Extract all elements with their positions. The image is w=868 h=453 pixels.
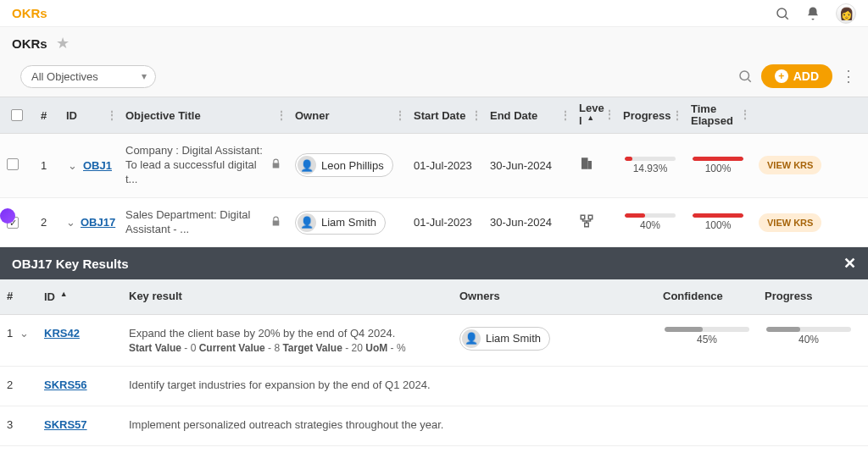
progress-value: 40% bbox=[640, 219, 660, 231]
owner-name: Leon Phillips bbox=[321, 159, 384, 172]
key-results-table-body: 1⌄KRS42Expand the client base by 20% by … bbox=[0, 315, 868, 453]
owner-avatar-icon: 👤 bbox=[298, 156, 316, 174]
kr-header-keyresult[interactable]: Key result bbox=[122, 285, 453, 308]
objectives-table-body: 1⌄OBJ1Company : Digital Assistant: To le… bbox=[0, 134, 868, 247]
key-results-table-header: # ID ▲ Key result Owners Confidence Prog… bbox=[0, 279, 868, 314]
header-owner[interactable]: Owner⋮ bbox=[288, 104, 407, 127]
list-item: 3SKRS57Implement personalized outreach s… bbox=[0, 406, 868, 446]
progress-value: 14.93% bbox=[633, 163, 668, 174]
keyresult-meta: Start Value - 0 Current Value - 8 Target… bbox=[129, 342, 446, 354]
svg-line-3 bbox=[748, 79, 750, 81]
keyresult-title: Identify target industries for expansion… bbox=[129, 378, 446, 391]
row-num: 2 bbox=[34, 213, 59, 232]
header-time-elapsed[interactable]: TimeElapsed⋮ bbox=[684, 98, 752, 133]
svg-rect-8 bbox=[585, 223, 589, 227]
kr-row-num: 2 bbox=[7, 378, 13, 391]
time-elapsed-value: 100% bbox=[705, 219, 732, 231]
more-menu-icon[interactable]: ⋮ bbox=[841, 67, 856, 86]
end-date: 30-Jun-2024 bbox=[483, 156, 572, 175]
header-checkbox-col[interactable] bbox=[0, 104, 34, 126]
table-search-icon[interactable] bbox=[737, 69, 753, 84]
svg-line-1 bbox=[785, 16, 787, 19]
kr-header-progress[interactable]: Progress bbox=[758, 285, 860, 308]
bell-icon[interactable] bbox=[805, 6, 821, 21]
progress-value: 40% bbox=[798, 334, 819, 345]
start-date: 01-Jul-2023 bbox=[407, 213, 483, 232]
list-item: 2SKRS56Identify target industries for ex… bbox=[0, 367, 868, 406]
kr-row-num: 1 bbox=[7, 327, 13, 340]
color-tag-dot bbox=[0, 208, 15, 224]
lock-icon bbox=[270, 216, 281, 229]
svg-point-0 bbox=[777, 8, 787, 18]
key-results-panel-header: OBJ17 Key Results ✕ bbox=[0, 247, 868, 279]
view-krs-button[interactable]: VIEW KRS bbox=[759, 213, 821, 232]
keyresult-link[interactable]: SKRS57 bbox=[44, 418, 87, 431]
chevron-down-icon[interactable]: ⌄ bbox=[66, 159, 78, 172]
objectives-table-header: # ID⋮ Objective Title⋮ Owner⋮ Start Date… bbox=[0, 97, 868, 134]
favorite-star-icon[interactable]: ★ bbox=[56, 34, 70, 52]
panel-title: OBJ17 Key Results bbox=[12, 257, 129, 271]
objective-filter-label: All Objectives bbox=[31, 70, 98, 83]
keyresult-link[interactable]: KRS42 bbox=[44, 327, 80, 340]
objective-link[interactable]: OBJ1 bbox=[83, 159, 112, 172]
header-num[interactable]: # bbox=[34, 104, 59, 127]
table-row: 2⌄OBJ17Sales Department: Digital Assista… bbox=[0, 198, 868, 248]
time-elapsed-value: 100% bbox=[705, 163, 732, 174]
svg-rect-5 bbox=[588, 161, 593, 169]
top-bar: OKRs 👩 bbox=[0, 0, 868, 27]
confidence-value: 45% bbox=[697, 334, 717, 345]
view-krs-button[interactable]: VIEW KRS bbox=[759, 156, 821, 174]
sub-header: OKRs ★ bbox=[0, 27, 868, 59]
header-progress[interactable]: Progress⋮ bbox=[616, 104, 684, 127]
objective-filter-dropdown[interactable]: All Objectives bbox=[20, 65, 156, 88]
chevron-down-icon[interactable]: ⌄ bbox=[18, 327, 30, 340]
objective-link[interactable]: OBJ17 bbox=[81, 216, 115, 229]
lock-icon bbox=[270, 158, 281, 172]
keyresult-title: Implement personalized outreach strategi… bbox=[129, 418, 446, 431]
add-button-label: ADD bbox=[793, 69, 819, 83]
header-title[interactable]: Objective Title⋮ bbox=[119, 104, 288, 127]
objective-title: Company : Digital Assistant: To lead a s… bbox=[125, 144, 265, 187]
kr-header-confidence[interactable]: Confidence bbox=[656, 285, 758, 308]
owner-pill[interactable]: 👤Liam Smith bbox=[295, 211, 386, 235]
svg-rect-6 bbox=[581, 215, 585, 219]
add-button[interactable]: + ADD bbox=[761, 64, 832, 88]
action-bar: All Objectives + ADD ⋮ bbox=[0, 59, 868, 97]
objective-title: Sales Department: Digital Assistant - ..… bbox=[125, 208, 265, 237]
page-title: OKRs bbox=[12, 36, 47, 51]
kr-header-id[interactable]: ID ▲ bbox=[37, 285, 122, 308]
table-row: 1⌄OBJ1Company : Digital Assistant: To le… bbox=[0, 134, 868, 198]
owner-avatar-icon: 👤 bbox=[462, 329, 481, 348]
svg-rect-4 bbox=[581, 158, 588, 170]
search-icon[interactable] bbox=[775, 6, 790, 21]
owner-pill[interactable]: 👤Liam Smith bbox=[459, 327, 550, 351]
keyresult-title: Expand the client base by 20% by the end… bbox=[129, 327, 446, 340]
row-num: 1 bbox=[34, 156, 59, 175]
plus-icon: + bbox=[775, 69, 788, 83]
keyresult-link[interactable]: SKRS56 bbox=[44, 378, 87, 391]
user-avatar[interactable]: 👩 bbox=[836, 3, 856, 24]
header-level[interactable]: Level ▲⋮ bbox=[572, 97, 616, 133]
header-start-date[interactable]: Start Date⋮ bbox=[407, 104, 483, 127]
owner-name: Liam Smith bbox=[486, 332, 541, 345]
svg-rect-7 bbox=[588, 215, 593, 219]
start-date: 01-Jul-2023 bbox=[407, 156, 483, 175]
svg-point-2 bbox=[740, 71, 749, 80]
kr-header-owners[interactable]: Owners bbox=[453, 285, 656, 308]
owner-name: Liam Smith bbox=[321, 216, 376, 229]
kr-row-num: 3 bbox=[7, 418, 13, 431]
chevron-down-icon[interactable]: ⌄ bbox=[66, 216, 75, 229]
end-date: 30-Jun-2024 bbox=[483, 213, 572, 232]
app-title: OKRs bbox=[12, 6, 47, 20]
owner-avatar-icon: 👤 bbox=[298, 213, 316, 232]
row-checkbox[interactable] bbox=[7, 158, 19, 170]
kr-header-num[interactable]: # bbox=[0, 285, 37, 308]
header-end-date[interactable]: End Date⋮ bbox=[483, 104, 572, 127]
owner-pill[interactable]: 👤Leon Phillips bbox=[295, 153, 393, 177]
close-icon[interactable]: ✕ bbox=[843, 254, 856, 273]
level-icon bbox=[579, 159, 594, 174]
level-icon bbox=[579, 217, 594, 231]
header-id[interactable]: ID⋮ bbox=[59, 104, 119, 127]
list-item: 1⌄KRS42Expand the client base by 20% by … bbox=[0, 315, 868, 367]
list-item: 4⌄KRS43Increase average deal size by 50%… bbox=[0, 446, 868, 453]
